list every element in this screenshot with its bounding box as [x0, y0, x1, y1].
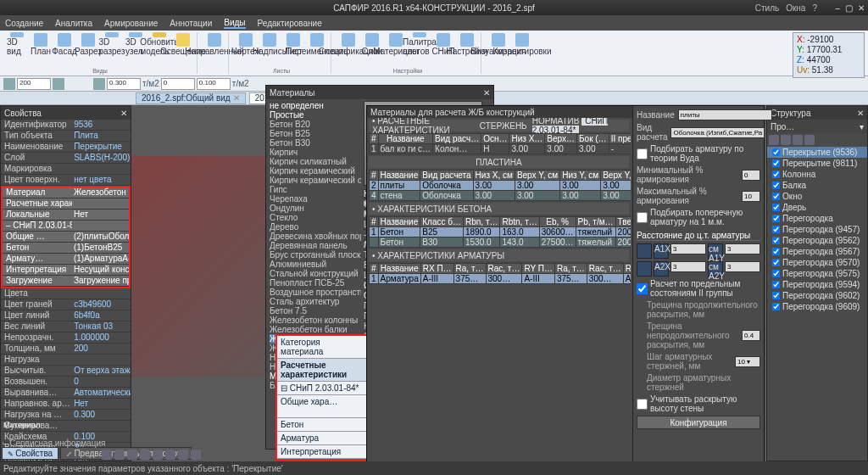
properties-footer: Материал	[3, 421, 41, 429]
menu-item-active[interactable]: Виды	[224, 18, 245, 29]
minimize-icon[interactable]: –	[835, 3, 840, 13]
close-icon[interactable]: ✕	[858, 3, 865, 13]
ortho-icon[interactable]	[127, 450, 137, 460]
menu-item[interactable]: Аналитка	[55, 19, 92, 28]
chk-trans[interactable]: Подбирать поперечную арматуру на 1 м.м.	[637, 208, 760, 226]
ribbon-plan[interactable]: План	[31, 32, 51, 56]
a1y-field[interactable]	[725, 243, 760, 254]
structure-tree[interactable]: Перекрытие (9536)Перекрытие (9811)Колонн…	[767, 147, 867, 461]
armature-a1-icon[interactable]	[637, 243, 652, 259]
ribbon-direct[interactable]: Направленный	[204, 32, 225, 56]
calc-left-area: • РАСЧЕТНЫЕ ХАРАКТЕРИСТИКИ СТЕРЖЕНЬ НОРМ…	[367, 118, 631, 462]
a1x-field[interactable]	[670, 243, 706, 254]
structure-toolbar	[767, 133, 867, 147]
midpoint-icon[interactable]	[140, 450, 150, 460]
close-icon[interactable]: ✕	[120, 109, 127, 118]
armature-icons2: A2X см A2Y	[637, 261, 760, 277]
section-bar: • ХАРАКТЕРИСТИКИ АРМАТУРЫ	[369, 249, 629, 261]
ribbon: 3D вид План Фасад Разрез 3D разрез 3D уз…	[0, 31, 868, 76]
a2y-field[interactable]	[725, 261, 760, 272]
a2x-field[interactable]	[670, 261, 706, 272]
gear-icon[interactable]	[793, 135, 803, 145]
refresh-icon[interactable]	[804, 135, 815, 145]
dialog-title: Материалы для расчета Ж/Б конструкций	[370, 108, 535, 117]
status-icons	[102, 450, 201, 460]
config-button[interactable]: Конфигурация	[637, 416, 760, 429]
properties-grid[interactable]: Идентификатор9536Тип объектаПлитаНаимено…	[1, 120, 131, 461]
val-b[interactable]: 0	[161, 78, 195, 90]
grid-icon[interactable]	[102, 450, 112, 460]
step-select[interactable]	[735, 356, 760, 367]
ribbon-facade[interactable]: Фасад	[54, 32, 75, 56]
drawing-icon	[239, 33, 253, 47]
ribbon-specs[interactable]: Спецификации	[338, 32, 359, 56]
bottom-tab-properties[interactable]: ✎ Свойства	[2, 447, 58, 460]
sun-icon	[176, 33, 190, 47]
table-plate[interactable]: #НазваниеВид расчетаНиз Х, смВерх Y, смН…	[369, 170, 631, 201]
load-field[interactable]: 0.300	[107, 78, 141, 90]
calc-materials-dialog: Материалы для расчета Ж/Б конструкций✕ •…	[366, 105, 765, 463]
info-icon[interactable]	[191, 450, 201, 460]
ribbon-adjust[interactable]: Корректировки	[512, 32, 532, 56]
menu-item[interactable]: Редактирование	[258, 19, 322, 28]
ribbon-label[interactable]: Надпись	[259, 32, 280, 56]
unit-label2: т/м2	[232, 79, 249, 88]
titlebar: САПФИР 2016.R1 x64-КОНСТРУКЦИИ - 2016_2.…	[0, 0, 868, 15]
snap-icon[interactable]	[114, 450, 125, 460]
calc-type-select[interactable]	[670, 127, 765, 138]
menu-item[interactable]: Армирование	[104, 19, 158, 28]
ribbon-3dsection[interactable]: 3D разрез	[102, 32, 122, 56]
rot-field[interactable]: 200	[17, 78, 51, 90]
val-c[interactable]: 0.100	[197, 78, 231, 90]
facade-icon	[58, 33, 71, 47]
maximize-icon[interactable]: ▢	[845, 3, 853, 13]
weight-icon[interactable]	[93, 78, 105, 90]
material-icon	[389, 33, 403, 47]
section-icon	[81, 33, 95, 47]
eye-icon	[492, 33, 505, 47]
doc-tab[interactable]: 2016_2.spf:Общий вид✕	[136, 92, 246, 104]
table-calc-props[interactable]: #НазваниеВид расч…Осн…Низ Х…Верх…Бок (…I…	[369, 133, 631, 154]
name-input[interactable]	[678, 109, 772, 120]
close-icon[interactable]: ✕	[483, 88, 490, 98]
crack-field[interactable]	[742, 330, 760, 341]
table-concrete[interactable]: #НазваниеКласс б…Rbn, т…Rbtn, т…Eb, %Pb,…	[369, 216, 631, 248]
layer-icon[interactable]	[165, 450, 175, 460]
plan-icon	[34, 33, 47, 47]
max-field[interactable]	[742, 191, 760, 202]
ribbon-palette[interactable]: Палитра цветов	[409, 32, 430, 56]
statusbar: Редактируйте значения параметров указанн…	[0, 461, 868, 475]
menu-item[interactable]: Аннотации	[170, 19, 212, 28]
armature-icons: A1X см A1Y	[637, 243, 760, 259]
menu-item[interactable]: Создание	[5, 19, 43, 28]
armature-a2-icon[interactable]	[637, 261, 652, 277]
chk-limit2[interactable]: Расчет по предельным состояниям II групп…	[637, 279, 760, 298]
arrow-down-icon[interactable]	[53, 78, 64, 90]
window-buttons: – ▢ ✕	[835, 3, 865, 13]
close-icon[interactable]: ✕	[857, 109, 864, 118]
status-text: Редактируйте значения параметров указанн…	[3, 464, 283, 473]
min-field[interactable]	[742, 170, 760, 181]
section-bar: ПЛАСТИНА	[369, 156, 629, 168]
chk-wall-height[interactable]: Учитывать раскрытую высоту стены	[637, 394, 760, 413]
sheet-icon	[287, 33, 300, 47]
table-rebar[interactable]: #НазваниеRX П…Ra, т…Rac, т…RY П…Ra, т…Ra…	[369, 263, 631, 284]
tune-icon	[515, 33, 529, 47]
dim-icon[interactable]	[178, 450, 188, 460]
bookmark-icon	[437, 33, 450, 47]
eye-icon[interactable]	[781, 135, 791, 145]
endpoint-icon[interactable]	[153, 450, 163, 460]
menubar: Создание Аналитка Армирование Аннотации …	[0, 15, 868, 31]
ribbon-section[interactable]: Разрез	[78, 32, 98, 56]
service-info-bar[interactable]: ⤷ Сервисная информация	[2, 439, 105, 448]
chevron-down-icon[interactable]: ▾	[860, 122, 864, 131]
rot-icon[interactable]	[3, 78, 15, 90]
filter-icon[interactable]	[769, 135, 779, 145]
chk-wood[interactable]: Подбирать арматуру по теории Вуда	[637, 144, 760, 163]
rename-icon	[310, 33, 324, 47]
ribbon-group-settings: Спецификации Слои Материалы Палитра цвет…	[335, 32, 481, 74]
structure-panel: Структура✕ Про…▾ Перекрытие (9536)Перекр…	[766, 105, 868, 461]
section-bar: • ХАРАКТЕРИСТИКИ БЕТОНА	[369, 203, 629, 215]
close-tab-icon[interactable]: ✕	[233, 93, 240, 103]
ribbon-3dview[interactable]: 3D вид	[7, 32, 27, 56]
